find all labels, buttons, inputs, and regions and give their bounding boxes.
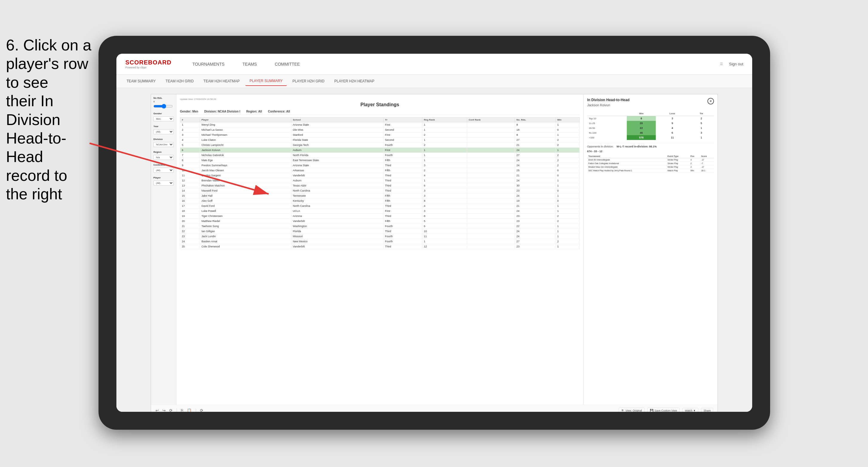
table-row[interactable]: 23 Jack Lundin Missouri Fourth 11 24 1: [180, 234, 580, 239]
view-icon: 👁: [621, 409, 624, 412]
table-row[interactable]: 2 Michael La Sasso Ole Miss Second 1 18 …: [180, 127, 580, 132]
col-player: Player: [200, 118, 291, 122]
t-cell-type: Match Play: [666, 169, 689, 173]
cell-rds: 23: [515, 244, 556, 249]
region-select[interactable]: N/a: [153, 155, 174, 160]
table-row[interactable]: 21 Taehoon Song Washington Fourth 6 22 1: [180, 224, 580, 229]
table-row[interactable]: 20 Matthew Riedel Vanderbilt Fifth 5 23 …: [180, 219, 580, 224]
watch-btn[interactable]: Watch ▼: [682, 408, 698, 412]
h2h-cell-tie: 5: [689, 121, 714, 126]
cell-rds: 24: [515, 163, 556, 168]
table-row[interactable]: 14 Maxwell Ford North Carolina Third 3 2…: [180, 188, 580, 193]
cell-yr: Second: [383, 127, 422, 132]
no-rds-label: No Rds.: [153, 97, 174, 99]
copy-icon[interactable]: ⎘: [181, 408, 183, 412]
cell-rds: 24: [515, 193, 556, 198]
conference-select[interactable]: (All): [153, 168, 174, 173]
division-display: Division: NCAA Division I: [204, 110, 240, 113]
cell-player: Gordon Sargent: [200, 173, 291, 178]
cell-rds: 24: [515, 209, 556, 214]
table-row[interactable]: 7 Nicholas Gabrelcik North Florida Fourt…: [180, 153, 580, 158]
undo-icon[interactable]: ↩: [156, 408, 159, 412]
h2h-col-loss: Loss: [656, 111, 689, 116]
nav-teams[interactable]: TEAMS: [239, 60, 260, 68]
save-custom-btn[interactable]: 💾 Save Custom View: [647, 408, 680, 412]
redo2-icon[interactable]: ⟳: [169, 408, 173, 412]
h2h-cell-loss: 6: [656, 130, 689, 135]
table-row[interactable]: 19 Tiger Christensen Arizona Third 8 23 …: [180, 214, 580, 219]
table-row[interactable]: 22 Ian Gilligan Florida Third 10 24 1: [180, 229, 580, 234]
table-row[interactable]: 17 David Ford North Carolina Third 4 21 …: [180, 204, 580, 209]
cell-reg-rank: 6: [422, 183, 467, 188]
refresh-icon[interactable]: ⟳: [200, 408, 203, 412]
table-row[interactable]: 6 Jackson Koivun Auburn First 1 24 1: [180, 148, 580, 153]
tab-team-h2h-grid[interactable]: TEAM H2H GRID: [161, 77, 198, 86]
table-row[interactable]: 11 Gordon Sargent Vanderbilt Third 4 21 …: [180, 173, 580, 178]
table-row[interactable]: 13 Phichaksn Maichon Texas A&M Third 6 3…: [180, 183, 580, 188]
table-row[interactable]: 3 Michael Thorbjornsen Stanford First 2 …: [180, 132, 580, 137]
table-row[interactable]: 1 Wenyi Ding Arizona State First 1 8 1: [180, 122, 580, 127]
report-body: No Rds. 6 Gender Men: [151, 94, 718, 405]
table-row[interactable]: 24 Bastien Amat New Mexico Fourth 1 27 2: [180, 239, 580, 244]
h2h-row: >100 578 11 1: [587, 135, 714, 140]
year-select[interactable]: (All): [153, 129, 174, 134]
cell-rds: 30: [515, 183, 556, 188]
tab-team-summary[interactable]: TEAM SUMMARY: [122, 77, 160, 86]
cell-reg-rank: 1: [422, 122, 467, 127]
division-select[interactable]: NCAA Division I: [153, 142, 174, 147]
table-row[interactable]: 5 Christo Lamprecht Georgia Tech Fourth …: [180, 143, 580, 148]
h2h-cell-tie: 1: [689, 126, 714, 130]
tab-player-h2h-grid[interactable]: PLAYER H2H GRID: [288, 77, 329, 86]
table-row[interactable]: 18 Luke Powell UCLA First 3 24 1: [180, 209, 580, 214]
tab-team-h2h-heatmap[interactable]: TEAM H2H HEATMAP: [199, 77, 244, 86]
cell-rds: 24: [515, 229, 556, 234]
cell-rank: 10: [180, 168, 200, 173]
cell-player: David Ford: [200, 204, 291, 209]
cell-player: Luke Powell: [200, 209, 291, 214]
cell-rds: 19: [515, 198, 556, 204]
view-original-btn[interactable]: 👁 View: Original: [619, 408, 644, 412]
update-time: Update time: 27/03/2024 16:56:26: [180, 98, 580, 100]
nav-tournaments[interactable]: TOURNAMENTS: [189, 60, 227, 68]
h2h-row: Top 10 8 3 2: [587, 116, 714, 121]
logo-sub: Powered by clippi: [125, 66, 171, 69]
share-btn[interactable]: Share: [701, 408, 713, 412]
sign-out-link[interactable]: Sign out: [729, 62, 743, 66]
table-row[interactable]: 4 Luke Claton Florida State Second 1 27 …: [180, 137, 580, 143]
gender-select[interactable]: Men: [153, 116, 174, 121]
no-rds-slider[interactable]: [153, 104, 173, 108]
cell-school: Georgia Tech: [291, 143, 383, 148]
h2h-close-button[interactable]: ×: [707, 98, 714, 104]
tournament-row: SEC Match Play Hosted by Jerry Pate Roun…: [587, 169, 714, 173]
tab-player-summary[interactable]: PLAYER SUMMARY: [245, 76, 287, 86]
cell-rds: 18: [515, 127, 556, 132]
tab-player-h2h-heatmap[interactable]: PLAYER H2H HEATMAP: [330, 77, 378, 86]
table-row[interactable]: 16 Alex Goff Kentucky Fifth 8 19 0: [180, 198, 580, 204]
cell-win: 2: [556, 158, 579, 163]
table-row[interactable]: 15 Jake Hall Tennessee Fifth 3 24 1: [180, 193, 580, 198]
cell-conf-rank: [467, 127, 515, 132]
cell-player: Taehoon Song: [200, 224, 291, 229]
tournament-row: Fallon Oak Collegiate Invitational Strok…: [587, 162, 714, 165]
cell-conf-rank: [467, 163, 515, 168]
standings-title: Player Standings: [180, 102, 580, 107]
cell-rank: 19: [180, 214, 200, 219]
cell-win: 2: [556, 143, 579, 148]
redo-icon[interactable]: ↪: [162, 408, 166, 412]
cell-yr: Fourth: [383, 239, 422, 244]
cell-win: 1: [556, 122, 579, 127]
cell-yr: First: [383, 122, 422, 127]
table-row[interactable]: 8 Mats Ege East Tennessee State Fifth 1 …: [180, 158, 580, 163]
table-row[interactable]: 12 Brendan Valles Auburn Third 1 24 1: [180, 178, 580, 183]
h2h-title: In Division Head-to-Head: [587, 98, 629, 102]
player-select[interactable]: (All): [153, 181, 174, 186]
table-row[interactable]: 9 Preston Summerhays Arizona State Third…: [180, 163, 580, 168]
paste-icon[interactable]: 📋: [187, 408, 192, 412]
table-row[interactable]: 10 Jacob Mau Olesen Arkansas Fifth 2 25 …: [180, 168, 580, 173]
table-row[interactable]: 25 Cole Sherwood Vanderbilt Third 12 23 …: [180, 244, 580, 249]
cell-reg-rank: 8: [422, 214, 467, 219]
cell-win: 1: [556, 244, 579, 249]
t-col-name: Tournament: [587, 155, 666, 158]
nav-committee[interactable]: COMMITTEE: [272, 60, 303, 68]
save-icon: 💾: [650, 409, 653, 412]
